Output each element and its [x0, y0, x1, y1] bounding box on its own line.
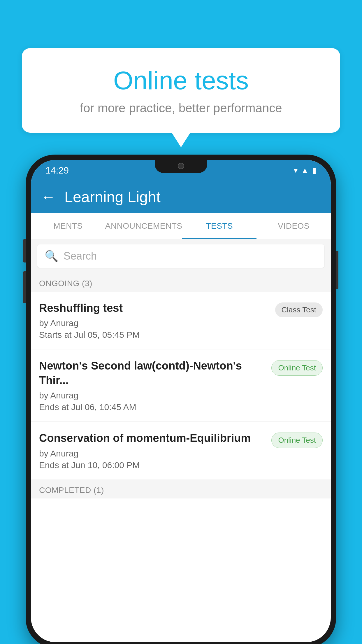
test-badge-class: Class Test — [275, 302, 323, 317]
test-list: Reshuffling test by Anurag Starts at Jul… — [31, 292, 331, 480]
phone-screen: 14:29 ▾ ▲ ▮ ← Learning Light MENTS ANNOU… — [31, 160, 331, 642]
tab-announcements[interactable]: ANNOUNCEMENTS — [105, 213, 182, 239]
vol-up-button — [23, 239, 26, 262]
test-item[interactable]: Newton's Second law(contd)-Newton's Thir… — [31, 349, 331, 422]
tab-tests[interactable]: TESTS — [182, 213, 256, 239]
battery-icon: ▮ — [312, 166, 316, 175]
signal-icon: ▲ — [301, 166, 309, 175]
test-date: Ends at Jun 10, 06:00 PM — [39, 460, 266, 470]
status-icons: ▾ ▲ ▮ — [294, 166, 316, 175]
content-area: 🔍 Search ONGOING (3) Reshuffling test by… — [31, 239, 331, 498]
vol-down-button — [23, 271, 26, 303]
test-info: Conservation of momentum-Equilibrium by … — [39, 431, 271, 470]
test-item[interactable]: Reshuffling test by Anurag Starts at Jul… — [31, 292, 331, 349]
test-date: Starts at Jul 05, 05:45 PM — [39, 330, 269, 340]
test-info: Newton's Second law(contd)-Newton's Thir… — [39, 359, 271, 412]
search-bar-container: 🔍 Search — [31, 239, 331, 273]
front-camera — [178, 163, 184, 169]
test-date: Ends at Jul 06, 10:45 AM — [39, 402, 266, 412]
test-item[interactable]: Conservation of momentum-Equilibrium by … — [31, 422, 331, 480]
status-time: 14:29 — [45, 165, 69, 176]
bubble-subtitle: for more practice, better performance — [42, 101, 320, 115]
test-name: Newton's Second law(contd)-Newton's Thir… — [39, 359, 266, 388]
bubble-title: Online tests — [42, 66, 320, 95]
tab-bar: MENTS ANNOUNCEMENTS TESTS VIDEOS — [31, 213, 331, 239]
wifi-icon: ▾ — [294, 166, 298, 175]
tab-videos[interactable]: VIDEOS — [256, 213, 331, 239]
test-name: Reshuffling test — [39, 301, 269, 315]
test-author: by Anurag — [39, 449, 266, 459]
ongoing-section-header: ONGOING (3) — [31, 273, 331, 292]
test-name: Conservation of momentum-Equilibrium — [39, 431, 266, 445]
power-button — [336, 251, 338, 289]
search-placeholder: Search — [64, 250, 97, 262]
test-author: by Anurag — [39, 391, 266, 400]
tab-ments[interactable]: MENTS — [31, 213, 105, 239]
test-info: Reshuffling test by Anurag Starts at Jul… — [39, 301, 275, 340]
app-bar: ← Learning Light — [31, 181, 331, 213]
test-badge-online: Online Test — [271, 360, 323, 376]
search-icon: 🔍 — [45, 250, 58, 262]
test-author: by Anurag — [39, 318, 269, 328]
back-button[interactable]: ← — [41, 188, 56, 205]
speech-bubble: Online tests for more practice, better p… — [22, 48, 340, 133]
test-badge-online-2: Online Test — [271, 433, 323, 448]
phone-frame: 14:29 ▾ ▲ ▮ ← Learning Light MENTS ANNOU… — [26, 155, 336, 644]
notch — [155, 160, 207, 173]
search-input-wrapper[interactable]: 🔍 Search — [37, 244, 324, 268]
status-bar: 14:29 ▾ ▲ ▮ — [31, 160, 331, 181]
completed-section-header: COMPLETED (1) — [31, 480, 331, 498]
app-title: Learning Light — [64, 188, 161, 206]
